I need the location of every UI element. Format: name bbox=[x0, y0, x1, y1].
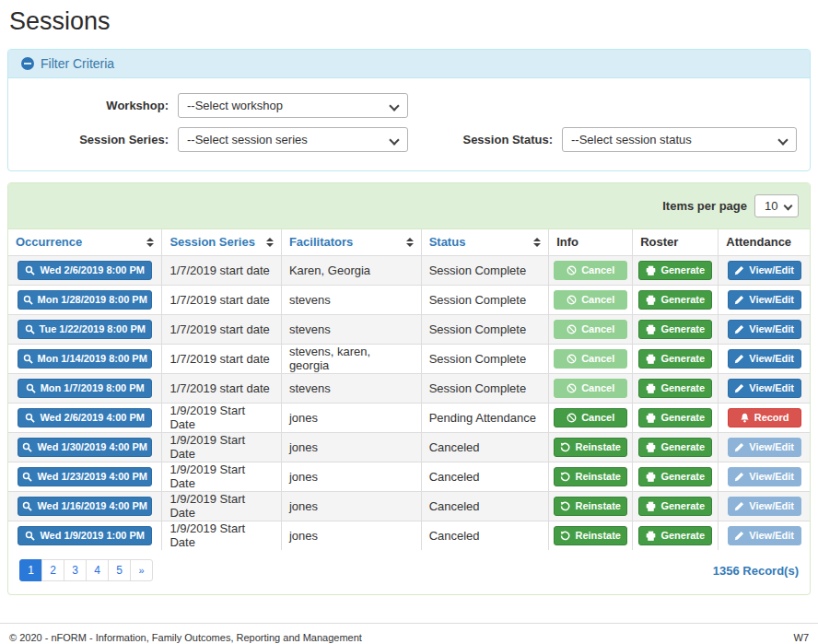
pagination-page-3[interactable]: 3 bbox=[64, 559, 87, 581]
column-header-roster: Roster bbox=[633, 229, 719, 255]
session-series-cell: 1/7/2019 start date bbox=[162, 285, 281, 314]
occurrence-button[interactable]: Wed 2/6/2019 4:00 PM bbox=[18, 408, 152, 427]
pagination-page-1[interactable]: 1 bbox=[19, 559, 42, 581]
ban-icon bbox=[567, 295, 577, 305]
view-edit-attendance-button[interactable]: View/Edit bbox=[728, 261, 801, 280]
generate-roster-button[interactable]: Generate bbox=[638, 320, 712, 339]
sort-icon bbox=[406, 238, 414, 247]
status-cell: Session Complete bbox=[421, 373, 549, 403]
view-edit-attendance-button[interactable]: View/Edit bbox=[728, 379, 801, 398]
pagination-next-button[interactable]: » bbox=[130, 559, 153, 581]
occurrence-button[interactable]: Mon 1/14/2019 8:00 PM bbox=[18, 349, 152, 369]
table-row: Wed 2/6/2019 4:00 PM1/9/2019 Start Datej… bbox=[8, 403, 810, 432]
view-edit-attendance-button: View/Edit bbox=[728, 497, 801, 516]
session-series-select[interactable]: --Select session series bbox=[178, 127, 408, 152]
occurrence-button[interactable]: Wed 1/23/2019 4:00 PM bbox=[18, 467, 152, 486]
items-per-page-select[interactable]: 10 bbox=[754, 194, 799, 217]
column-header-session-series[interactable]: Session Series bbox=[162, 229, 281, 255]
printer-icon bbox=[646, 383, 656, 393]
sort-icon bbox=[146, 238, 154, 247]
occurrence-button[interactable]: Wed 1/9/2019 1:00 PM bbox=[18, 526, 152, 545]
view-edit-attendance-button: View/Edit bbox=[728, 526, 801, 545]
occurrence-button[interactable]: Wed 2/6/2019 8:00 PM bbox=[18, 261, 152, 280]
view-edit-attendance-button[interactable]: View/Edit bbox=[728, 320, 801, 339]
table-row: Mon 1/7/2019 8:00 PM1/7/2019 start dates… bbox=[8, 373, 810, 403]
footer-copyright: © 2020 - nFORM - Information, Family Out… bbox=[9, 632, 362, 643]
pencil-icon bbox=[734, 383, 744, 393]
record-attendance-button[interactable]: Record bbox=[728, 408, 801, 427]
pagination-page-5[interactable]: 5 bbox=[108, 559, 131, 581]
session-series-cell: 1/9/2019 Start Date bbox=[162, 491, 281, 521]
column-header-occurrence[interactable]: Occurrence bbox=[8, 229, 162, 255]
search-icon bbox=[25, 531, 35, 541]
generate-roster-button[interactable]: Generate bbox=[638, 497, 712, 516]
generate-roster-button[interactable]: Generate bbox=[638, 408, 712, 427]
generate-roster-button[interactable]: Generate bbox=[638, 379, 712, 398]
generate-roster-button[interactable]: Generate bbox=[638, 526, 712, 545]
generate-roster-button[interactable]: Generate bbox=[638, 349, 712, 369]
pagination-page-4[interactable]: 4 bbox=[86, 559, 109, 581]
pencil-icon bbox=[734, 354, 744, 364]
reinstate-button[interactable]: Reinstate bbox=[554, 526, 627, 545]
pencil-icon bbox=[734, 295, 744, 305]
view-edit-attendance-button: View/Edit bbox=[728, 467, 801, 486]
pencil-icon bbox=[734, 324, 744, 334]
pencil-icon bbox=[734, 265, 744, 275]
occurrence-button[interactable]: Tue 1/22/2019 8:00 PM bbox=[18, 320, 152, 339]
reinstate-button[interactable]: Reinstate bbox=[554, 497, 627, 516]
pencil-icon bbox=[734, 442, 744, 452]
occurrence-button[interactable]: Wed 1/30/2019 4:00 PM bbox=[18, 438, 152, 457]
sessions-table: OccurrenceSession SeriesFacilitatorsStat… bbox=[8, 229, 810, 550]
search-icon bbox=[22, 442, 32, 452]
occurrence-button[interactable]: Mon 1/7/2019 8:00 PM bbox=[18, 379, 152, 398]
table-footer: 12345» 1356 Record(s) bbox=[8, 550, 810, 594]
session-status-select[interactable]: --Select session status bbox=[562, 127, 797, 152]
status-cell: Canceled bbox=[421, 521, 549, 550]
cancel-button[interactable]: Cancel bbox=[554, 408, 627, 427]
search-icon bbox=[25, 413, 35, 423]
search-icon bbox=[22, 501, 32, 511]
ban-icon bbox=[567, 413, 577, 423]
cancel-button: Cancel bbox=[554, 320, 627, 339]
search-icon bbox=[25, 324, 35, 334]
printer-icon bbox=[646, 295, 656, 305]
view-edit-attendance-button: View/Edit bbox=[728, 438, 801, 457]
column-header-status[interactable]: Status bbox=[421, 229, 549, 255]
table-row: Mon 1/14/2019 8:00 PM1/7/2019 start date… bbox=[8, 344, 810, 373]
occurrence-button[interactable]: Wed 1/16/2019 4:00 PM bbox=[18, 497, 152, 516]
undo-icon bbox=[560, 442, 570, 452]
site-footer: © 2020 - nFORM - Information, Family Out… bbox=[0, 623, 818, 644]
occurrence-button[interactable]: Mon 1/28/2019 8:00 PM bbox=[18, 290, 152, 310]
cancel-button: Cancel bbox=[554, 290, 627, 310]
cancel-button: Cancel bbox=[554, 349, 627, 369]
workshop-select[interactable]: --Select workshop bbox=[178, 93, 408, 118]
search-icon bbox=[25, 265, 35, 275]
column-header-facilitators[interactable]: Facilitators bbox=[281, 229, 421, 255]
cancel-button: Cancel bbox=[554, 379, 627, 398]
pagination-page-2[interactable]: 2 bbox=[41, 559, 64, 581]
chevron-down-icon bbox=[777, 135, 788, 145]
status-cell: Canceled bbox=[421, 432, 549, 462]
session-series-cell: 1/9/2019 Start Date bbox=[162, 521, 281, 550]
search-icon bbox=[23, 354, 33, 364]
page-title: Sessions bbox=[7, 0, 811, 49]
session-series-cell: 1/7/2019 start date bbox=[162, 373, 281, 403]
printer-icon bbox=[646, 265, 656, 275]
session-series-select-value: --Select session series bbox=[187, 133, 308, 146]
generate-roster-button[interactable]: Generate bbox=[638, 261, 712, 280]
view-edit-attendance-button[interactable]: View/Edit bbox=[728, 290, 801, 310]
view-edit-attendance-button[interactable]: View/Edit bbox=[728, 349, 801, 369]
reinstate-button[interactable]: Reinstate bbox=[554, 467, 627, 486]
session-status-label: Session Status: bbox=[433, 133, 553, 146]
generate-roster-button[interactable]: Generate bbox=[638, 467, 712, 486]
reinstate-button[interactable]: Reinstate bbox=[554, 438, 627, 457]
table-toolbar: Items per page 10 bbox=[8, 183, 810, 229]
status-cell: Canceled bbox=[421, 491, 549, 521]
workshop-label: Workshop: bbox=[21, 99, 169, 112]
filter-panel-header[interactable]: Filter Criteria bbox=[8, 50, 810, 78]
generate-roster-button[interactable]: Generate bbox=[638, 290, 712, 310]
status-cell: Session Complete bbox=[421, 314, 549, 344]
facilitators-cell: Karen, Georgia bbox=[281, 255, 421, 285]
generate-roster-button[interactable]: Generate bbox=[638, 438, 712, 457]
printer-icon bbox=[646, 472, 656, 482]
